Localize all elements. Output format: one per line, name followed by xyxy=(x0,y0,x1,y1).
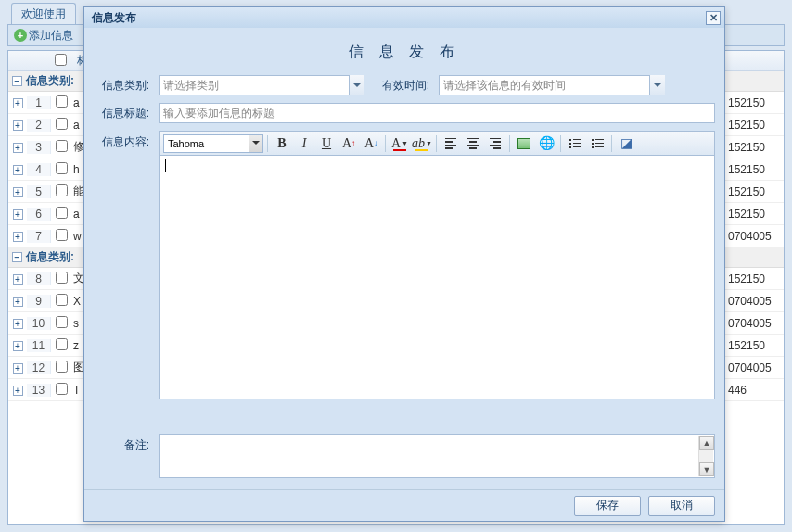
label-valid-time: 有效时间: xyxy=(364,78,439,94)
label-category: 信息类别: xyxy=(94,78,159,94)
chevron-down-icon[interactable] xyxy=(649,75,665,95)
row-number: 1 xyxy=(27,96,51,109)
expand-icon[interactable]: + xyxy=(8,295,27,308)
add-info-button[interactable]: + 添加信息 xyxy=(14,28,73,44)
row-checkbox[interactable] xyxy=(56,383,68,395)
row-value: 0704005 xyxy=(728,230,784,243)
ordered-list-button[interactable] xyxy=(565,133,585,154)
rich-text-editor: Tahoma B I U A↑ A↓ A▼ ab▼ xyxy=(159,131,715,399)
bold-button[interactable]: B xyxy=(272,133,292,154)
remark-textarea[interactable]: ▲ ▼ xyxy=(159,434,715,478)
row-value: 0704005 xyxy=(728,361,784,374)
row-value: 0704005 xyxy=(728,317,784,330)
header-checkbox[interactable] xyxy=(55,54,67,66)
expand-icon[interactable]: + xyxy=(8,317,27,330)
row-checkbox[interactable] xyxy=(56,207,68,219)
expand-icon[interactable]: + xyxy=(8,230,27,243)
font-color-button[interactable]: A▼ xyxy=(390,133,410,154)
expand-icon[interactable]: + xyxy=(8,163,27,176)
expand-icon[interactable]: + xyxy=(8,119,27,132)
save-button[interactable]: 保存 xyxy=(574,496,641,516)
chevron-down-icon xyxy=(249,135,262,152)
row-value: 152150 xyxy=(728,185,784,198)
expand-icon[interactable]: + xyxy=(8,141,27,154)
row-value: 446 xyxy=(728,384,784,397)
insert-link-button[interactable]: 🌐 xyxy=(536,133,556,154)
row-value: 152150 xyxy=(728,339,784,352)
row-number: 3 xyxy=(27,141,51,154)
align-right-button[interactable] xyxy=(485,133,505,154)
row-number: 7 xyxy=(27,230,51,243)
row-number: 2 xyxy=(27,119,51,132)
row-value: 152150 xyxy=(728,96,784,109)
close-icon[interactable]: ✕ xyxy=(706,11,721,25)
expand-icon[interactable]: + xyxy=(8,208,27,221)
insert-image-button[interactable] xyxy=(514,133,534,154)
row-value: 152150 xyxy=(728,272,784,285)
info-publish-dialog: 信息发布 ✕ 信 息 发 布 信息类别: 有效时间: 信息标题: 信息内容: xyxy=(83,6,725,522)
expand-icon[interactable]: + xyxy=(8,272,27,285)
cancel-button[interactable]: 取消 xyxy=(648,496,715,516)
row-number: 10 xyxy=(27,317,51,330)
label-info-title: 信息标题: xyxy=(94,106,159,121)
expand-icon[interactable]: + xyxy=(8,339,27,352)
highlight-button[interactable]: ab▼ xyxy=(412,133,432,154)
expand-icon[interactable]: + xyxy=(8,384,27,397)
row-checkbox[interactable] xyxy=(56,272,68,284)
editor-content-area[interactable] xyxy=(160,156,714,399)
source-edit-button[interactable]: ◪ xyxy=(616,133,636,154)
add-info-label: 添加信息 xyxy=(29,28,73,44)
row-checkbox[interactable] xyxy=(56,118,68,130)
label-remark: 备注: xyxy=(94,434,159,453)
row-number: 4 xyxy=(27,163,51,176)
tab-welcome[interactable]: 欢迎使用 xyxy=(11,3,76,25)
row-value: 152150 xyxy=(728,141,784,154)
dialog-title: 信息发布 xyxy=(92,10,136,26)
row-number: 12 xyxy=(27,361,51,374)
row-checkbox[interactable] xyxy=(56,140,68,152)
row-number: 6 xyxy=(27,208,51,221)
row-value: 152150 xyxy=(728,119,784,132)
chevron-down-icon[interactable] xyxy=(349,75,364,95)
row-checkbox[interactable] xyxy=(56,294,68,306)
dialog-titlebar[interactable]: 信息发布 ✕ xyxy=(84,7,724,28)
font-family-select[interactable]: Tahoma xyxy=(163,134,263,153)
font-increase-button[interactable]: A↑ xyxy=(339,133,359,154)
row-checkbox[interactable] xyxy=(56,338,68,350)
row-checkbox[interactable] xyxy=(56,316,68,328)
category-select[interactable] xyxy=(159,75,364,95)
row-number: 11 xyxy=(27,339,51,352)
dialog-body: 信 息 发 布 信息类别: 有效时间: 信息标题: 信息内容: Tahoma xyxy=(84,28,724,489)
unordered-list-button[interactable] xyxy=(587,133,607,154)
dialog-footer: 保存 取消 xyxy=(84,489,724,521)
collapse-icon[interactable]: − xyxy=(12,252,22,262)
row-value: 152150 xyxy=(728,163,784,176)
row-checkbox[interactable] xyxy=(56,162,68,174)
scrollbar[interactable]: ▲ ▼ xyxy=(698,436,713,476)
scroll-down-icon[interactable]: ▼ xyxy=(699,462,714,476)
row-checkbox[interactable] xyxy=(56,95,68,108)
expand-icon[interactable]: + xyxy=(8,96,27,109)
scroll-up-icon[interactable]: ▲ xyxy=(699,436,714,450)
align-left-button[interactable] xyxy=(441,133,461,154)
row-checkbox[interactable] xyxy=(56,229,68,241)
collapse-icon[interactable]: − xyxy=(12,76,22,86)
valid-time-select[interactable] xyxy=(439,75,665,95)
background-tabs: 欢迎使用 xyxy=(11,3,76,25)
underline-button[interactable]: U xyxy=(316,133,337,154)
editor-toolbar: Tahoma B I U A↑ A↓ A▼ ab▼ xyxy=(160,132,714,156)
row-value: 152150 xyxy=(728,208,784,221)
font-decrease-button[interactable]: A↓ xyxy=(361,133,381,154)
row-checkbox[interactable] xyxy=(56,184,68,196)
align-center-button[interactable] xyxy=(463,133,483,154)
italic-button[interactable]: I xyxy=(294,133,314,154)
row-value: 0704005 xyxy=(728,295,784,308)
row-checkbox[interactable] xyxy=(56,361,68,373)
row-number: 9 xyxy=(27,295,51,308)
plus-icon: + xyxy=(14,29,27,42)
label-content: 信息内容: xyxy=(94,131,159,150)
row-number: 5 xyxy=(27,185,51,198)
info-title-input[interactable] xyxy=(159,103,715,123)
expand-icon[interactable]: + xyxy=(8,361,27,374)
expand-icon[interactable]: + xyxy=(8,185,27,198)
